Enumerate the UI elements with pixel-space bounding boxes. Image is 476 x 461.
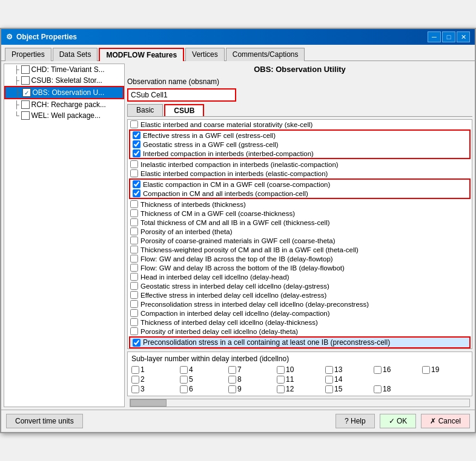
subtab-basic[interactable]: Basic bbox=[127, 104, 163, 116]
chk-item-delay-estress[interactable]: Effective stress in interbed delay cell … bbox=[128, 290, 472, 299]
checkbox-delay-flowtop[interactable] bbox=[130, 255, 138, 263]
label-elastic-compaction: Elastic interbed compaction in interbeds… bbox=[140, 170, 328, 177]
cancel-button[interactable]: ✗ Cancel bbox=[421, 414, 470, 428]
sublayer-chk-2[interactable] bbox=[131, 376, 139, 384]
checkbox-delay-preconstress[interactable] bbox=[130, 300, 138, 308]
sublayer-chk-4[interactable] bbox=[180, 366, 188, 374]
chk-item-elastic-compaction[interactable]: Elastic interbed compaction in interbeds… bbox=[128, 169, 472, 178]
sublayer-cell-15: 15 bbox=[325, 385, 371, 393]
sublayer-chk-7[interactable] bbox=[228, 366, 236, 374]
label-delay-gstress: Geostatic stress in interbed delay cell … bbox=[140, 283, 329, 290]
help-button[interactable]: ? Help bbox=[336, 414, 375, 428]
subtab-csub[interactable]: CSUB bbox=[164, 104, 204, 116]
sublayer-cell-11: 11 bbox=[277, 375, 323, 384]
checkbox-list[interactable]: Elastic interbed and coarse material sto… bbox=[127, 119, 472, 349]
sublayer-chk-19[interactable] bbox=[422, 366, 430, 374]
checkbox-interbed-compaction[interactable] bbox=[133, 149, 140, 157]
tab-comments[interactable]: Comments/Captions bbox=[226, 48, 305, 61]
sidebar-item-rch[interactable]: ├ RCH: Recharge pack... bbox=[4, 99, 124, 110]
close-button[interactable]: ✕ bbox=[457, 31, 470, 42]
content-area: ├ CHD: Time-Variant S... ├ CSUB: Skeleta… bbox=[1, 61, 475, 410]
chk-item-interbed-compaction[interactable]: Interbed compaction in interbeds (interb… bbox=[130, 149, 469, 158]
sublayer-chk-8[interactable] bbox=[228, 376, 236, 384]
ok-button[interactable]: ✓ OK bbox=[380, 414, 417, 428]
chk-item-delay-theta[interactable]: Porosity of interbed delay cell idcellno… bbox=[128, 327, 472, 336]
checkbox-delay-theta[interactable] bbox=[130, 327, 138, 335]
checkbox-coarse-thickness[interactable] bbox=[130, 209, 138, 217]
sublayer-chk-6[interactable] bbox=[180, 385, 188, 393]
sidebar-item-csub[interactable]: ├ CSUB: Skeletal Stor... bbox=[4, 75, 124, 86]
main-tabs: Properties Data Sets MODFLOW Features Ve… bbox=[1, 45, 475, 61]
chk-item-coarse-compaction[interactable]: Elastic compaction in CM in a GWF cell (… bbox=[130, 180, 469, 189]
sublayer-chk-10[interactable] bbox=[277, 366, 285, 374]
sublayer-chk-9[interactable] bbox=[228, 385, 236, 393]
label-delay-compaction: Compaction in interbed delay cell idcell… bbox=[140, 310, 330, 317]
horizontal-scrollbar[interactable] bbox=[130, 399, 470, 407]
chk-item-gstress-cell[interactable]: Geostatic stress in a GWF cell (gstress-… bbox=[130, 140, 469, 149]
chk-item-thickness[interactable]: Thickness of interbeds (thickness) bbox=[128, 200, 472, 209]
checkbox-delay-thickness[interactable] bbox=[130, 318, 138, 326]
checkbox-delay-estress[interactable] bbox=[130, 291, 138, 299]
chk-item-delay-thickness[interactable]: Thickness of interbed delay cell idcelln… bbox=[128, 318, 472, 327]
sublayer-chk-11[interactable] bbox=[277, 376, 285, 384]
sublayer-cell-1: 1 bbox=[131, 365, 177, 374]
sidebar-item-wel[interactable]: └ WEL: Well package... bbox=[4, 110, 124, 121]
checkbox-delay-gstress[interactable] bbox=[130, 282, 138, 290]
chk-item-coarse-theta[interactable]: Porosity of coarse-grained materials in … bbox=[128, 236, 472, 245]
chk-item-coarse-thickness[interactable]: Thickness of CM in a GWF cell (coarse-th… bbox=[128, 209, 472, 218]
chk-item-thickness-cell[interactable]: Total thickness of CM and all IB in a GW… bbox=[128, 218, 472, 227]
sublayer-chk-18[interactable] bbox=[374, 385, 382, 393]
checkbox-estress-cell[interactable] bbox=[133, 131, 140, 139]
checkbox-delay-compaction[interactable] bbox=[130, 309, 138, 317]
sublayer-chk-14[interactable] bbox=[325, 376, 333, 384]
tab-vertices[interactable]: Vertices bbox=[185, 48, 225, 61]
tab-properties[interactable]: Properties bbox=[5, 48, 51, 61]
sublayer-chk-1[interactable] bbox=[131, 366, 139, 374]
scrollbar-thumb[interactable] bbox=[130, 399, 167, 407]
label-delay-preconstress: Preconsolidation stress in interbed dela… bbox=[140, 301, 369, 308]
checkbox-theta-cell[interactable] bbox=[130, 246, 138, 253]
chk-item-inelastic-compaction[interactable]: Inelastic interbed compaction in interbe… bbox=[128, 160, 472, 169]
checkbox-coarse-theta[interactable] bbox=[130, 237, 138, 244]
tab-datasets[interactable]: Data Sets bbox=[53, 48, 98, 61]
checkbox-gstress-cell[interactable] bbox=[133, 140, 140, 148]
sidebar-item-obs[interactable]: ├ ✓ OBS: Observation U... bbox=[4, 86, 124, 99]
checkbox-thickness-cell[interactable] bbox=[130, 218, 138, 226]
checkbox-delay-head[interactable] bbox=[130, 273, 138, 281]
sublayer-chk-5[interactable] bbox=[180, 376, 188, 384]
chk-item-delay-flowbot[interactable]: Flow: GW and delay IB across the bottom … bbox=[128, 263, 472, 272]
chk-item-delay-flowtop[interactable]: Flow: GW and delay IB across the top of … bbox=[128, 254, 472, 263]
checkbox-theta[interactable] bbox=[130, 227, 138, 235]
label-ske-cell: Elastic interbed and coarse material sto… bbox=[140, 121, 312, 128]
obs-name-input[interactable] bbox=[127, 88, 236, 102]
chk-item-compaction-cell[interactable]: Compaction in CM and all interbeds (comp… bbox=[130, 189, 469, 198]
sublayer-chk-13[interactable] bbox=[325, 366, 333, 374]
sublayer-chk-16[interactable] bbox=[374, 366, 382, 374]
chk-item-ske-cell[interactable]: Elastic interbed and coarse material sto… bbox=[128, 120, 472, 129]
chk-item-preconstress-cell[interactable]: Preconsolidation stress in a cell contai… bbox=[129, 336, 471, 348]
checkbox-inelastic-compaction[interactable] bbox=[130, 160, 138, 168]
label-interbed-compaction: Interbed compaction in interbeds (interb… bbox=[143, 150, 314, 157]
sidebar-item-chd[interactable]: ├ CHD: Time-Variant S... bbox=[4, 64, 124, 75]
chk-item-delay-compaction[interactable]: Compaction in interbed delay cell idcell… bbox=[128, 309, 472, 318]
chk-item-theta-cell[interactable]: Thickness-weighted porosity of CM and al… bbox=[128, 245, 472, 254]
tab-modflow-features[interactable]: MODFLOW Features bbox=[99, 48, 184, 61]
chk-item-delay-head[interactable]: Head in interbed delay cell idcellno (de… bbox=[128, 272, 472, 281]
chk-item-estress-cell[interactable]: Effective stress in a GWF cell (estress-… bbox=[130, 131, 469, 140]
maximize-button[interactable]: □ bbox=[442, 31, 455, 42]
minimize-button[interactable]: ─ bbox=[428, 31, 441, 42]
checkbox-thickness[interactable] bbox=[130, 200, 138, 208]
chk-item-theta[interactable]: Porosity of an interbed (theta) bbox=[128, 227, 472, 236]
checkbox-coarse-compaction[interactable] bbox=[133, 180, 140, 188]
chk-item-delay-preconstress[interactable]: Preconsolidation stress in interbed dela… bbox=[128, 299, 472, 309]
sublayer-chk-15[interactable] bbox=[325, 385, 333, 393]
sublayer-chk-3[interactable] bbox=[131, 385, 139, 393]
sublayer-chk-12[interactable] bbox=[277, 385, 285, 393]
checkbox-compaction-cell[interactable] bbox=[133, 189, 140, 197]
convert-time-units-button[interactable]: Convert time units bbox=[6, 414, 83, 428]
checkbox-preconstress-cell[interactable] bbox=[133, 339, 140, 347]
checkbox-delay-flowbot[interactable] bbox=[130, 264, 138, 272]
checkbox-elastic-compaction[interactable] bbox=[130, 169, 138, 177]
chk-item-delay-gstress[interactable]: Geostatic stress in interbed delay cell … bbox=[128, 281, 472, 290]
checkbox-ske-cell[interactable] bbox=[130, 120, 138, 128]
